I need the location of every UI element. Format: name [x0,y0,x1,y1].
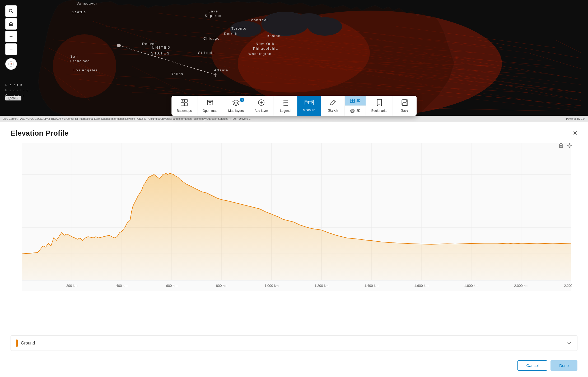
search-button[interactable] [5,5,17,17]
chevron-down-icon [567,341,572,346]
toolbar-open-map[interactable]: Open map [197,96,223,116]
svg-rect-111 [403,100,406,102]
svg-rect-68 [10,24,12,26]
legend-color-swatch [16,339,18,347]
svg-rect-75 [185,103,188,106]
svg-point-66 [9,9,12,12]
view-mode-group: 2D 3D [345,96,366,116]
attribution-right: Powered by Esri [566,117,585,120]
compass-button[interactable] [5,58,17,70]
toolbar-measure[interactable]: Measure [297,96,321,116]
legend-label: Ground [21,341,35,346]
svg-text:400 km: 400 km [116,284,128,288]
svg-text:800 km: 800 km [216,284,227,288]
svg-line-67 [12,12,13,13]
toolbar-save[interactable]: Save [393,96,417,116]
sketch-label: Sketch [328,109,338,112]
delete-chart-button[interactable] [558,143,564,149]
attribution-left: Esri, Garmin, FAO, NOAA, USGS, EPA | gRO… [3,117,251,120]
svg-text:2,200 km: 2,200 km [564,284,572,288]
svg-marker-69 [11,62,12,64]
zoom-in-button[interactable]: + [5,31,17,42]
elevation-chart[interactable]: 3,000 m 2,000 m 1,000 m 0 m 200 km 400 k… [21,143,572,291]
svg-rect-73 [185,99,188,102]
svg-text:1,600 km: 1,600 km [414,284,428,288]
close-button[interactable]: ✕ [573,130,577,136]
view-3d-label: 3D [356,109,360,113]
elevation-header: Elevation Profile ✕ [0,122,588,140]
svg-text:1,400 km: 1,400 km [364,284,378,288]
svg-text:1,200 km: 1,200 km [314,284,328,288]
map-layers-badge: 1 [240,98,244,102]
toolbar-add-layer[interactable]: Add layer [249,96,274,116]
legend-icon [282,99,289,107]
save-label: Save [401,109,408,112]
zoom-out-button[interactable]: − [5,43,17,55]
action-buttons: Cancel Done [0,356,588,377]
open-map-label: Open map [203,109,217,113]
svg-text:1,800 km: 1,800 km [464,284,478,288]
svg-text:2,000 km: 2,000 km [514,284,528,288]
svg-text:600 km: 600 km [166,284,178,288]
svg-rect-91 [305,101,313,104]
ground-selector[interactable]: Ground [11,335,577,351]
basemaps-icon [181,99,188,107]
elevation-title: Elevation Profile [11,129,68,137]
done-button[interactable]: Done [550,360,577,371]
attribution-bar: Esri, Garmin, FAO, NOAA, USGS, EPA | gRO… [0,116,588,122]
toolbar-view-2d[interactable]: 2D [345,96,366,106]
save-icon [401,99,408,107]
chart-actions [558,143,572,149]
settings-chart-button[interactable] [567,143,572,149]
svg-marker-70 [11,64,12,66]
open-map-icon [206,99,214,107]
toolbar-basemaps[interactable]: Basemaps [171,96,197,116]
svg-rect-112 [403,103,407,105]
map-layers-label: Map layers [228,109,244,113]
legend-left: Ground [16,339,35,347]
legend-label-text: Legend [280,109,291,113]
toolbar-bookmarks[interactable]: Bookmarks [366,96,393,116]
toolbar: Basemaps Open map 1 [171,96,417,116]
elevation-panel: Elevation Profile ✕ [0,122,588,377]
home-button[interactable] [5,18,17,30]
scale-text: 1,000 km [7,97,19,100]
view-2d-label: 2D [356,99,360,103]
sketch-icon [329,99,336,107]
svg-rect-74 [181,103,184,106]
svg-line-103 [333,101,335,102]
toolbar-legend[interactable]: Legend [273,96,297,116]
map-controls: + − [5,5,17,70]
map-container: Vancouver Seattle LakeSuperior Montreal … [0,0,588,122]
toolbar-map-layers[interactable]: 1 Map layers [223,96,249,116]
svg-text:1,000 km: 1,000 km [264,284,278,288]
measure-label: Measure [303,108,315,112]
scale-bar: 1,000 km [5,96,21,100]
measure-icon [305,100,314,107]
toolbar-view-3d[interactable]: 3D [345,106,366,116]
toolbar-sketch[interactable]: Sketch [321,96,345,116]
add-layer-icon [258,99,265,107]
map-layers-icon [232,99,240,107]
add-layer-label: Add layer [255,109,268,113]
bookmarks-icon [376,99,382,107]
svg-text:200 km: 200 km [66,284,78,288]
cancel-button[interactable]: Cancel [517,360,547,371]
chart-container: 3,000 m 2,000 m 1,000 m 0 m 200 km 400 k… [0,140,588,335]
svg-point-116 [569,145,570,146]
bookmarks-label: Bookmarks [371,109,387,113]
basemaps-label: Basemaps [177,109,192,113]
